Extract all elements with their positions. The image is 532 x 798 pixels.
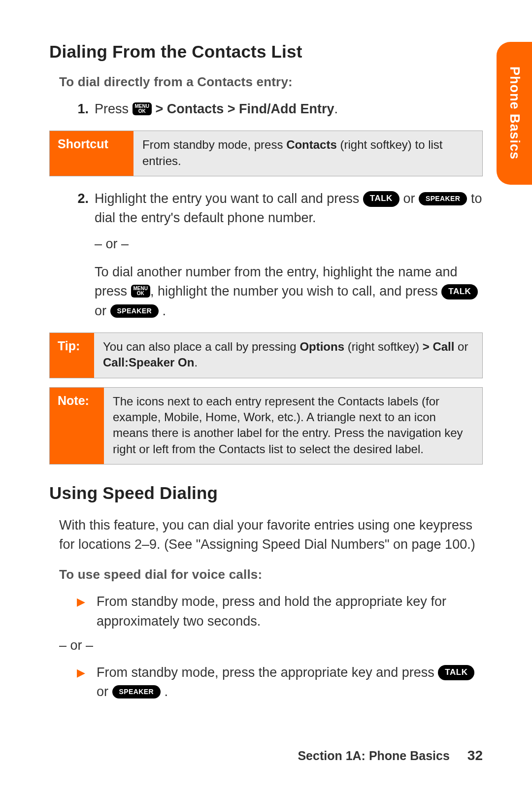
bullet-2-text-c: .	[161, 684, 168, 699]
note-box: Note: The icons next to each entry repre…	[49, 387, 483, 465]
tip-bold-call: > Call	[423, 340, 455, 353]
step-1-text-a: Press	[95, 101, 133, 116]
step-2-number: 2.	[75, 189, 95, 321]
speed-dial-or: – or –	[59, 638, 483, 653]
menu-icon-bottom: OK	[138, 109, 146, 114]
step-2-text-g: .	[159, 303, 166, 318]
tip-box: Tip: You can also place a call by pressi…	[49, 332, 483, 378]
bullet-2-body: From standby mode, press the appropriate…	[97, 663, 483, 701]
tip-bold-speaker: Call:Speaker On	[103, 356, 194, 369]
note-label: Note:	[50, 388, 104, 465]
step-2-text-b: or	[399, 191, 419, 206]
page-footer: Section 1A: Phone Basics 32	[298, 748, 483, 764]
tip-text-a: You can also place a call by pressing	[103, 340, 299, 353]
footer-page-number: 32	[467, 748, 483, 764]
bullet-2: ▶ From standby mode, press the appropria…	[77, 663, 483, 701]
shortcut-content: From standby mode, press Contacts (right…	[133, 131, 482, 176]
subheading-dial-from-contacts: To dial directly from a Contacts entry:	[59, 74, 483, 90]
step-1-number: 1.	[75, 100, 95, 119]
step-2-or: – or –	[95, 234, 483, 254]
shortcut-label: Shortcut	[50, 131, 133, 176]
bullet-1: ▶ From standby mode, press and hold the …	[77, 592, 483, 631]
speaker-button-icon: SPEAKER	[112, 685, 161, 698]
step-2-body: Highlight the entry you want to call and…	[95, 189, 483, 321]
side-tab-phone-basics: Phone Basics	[497, 42, 532, 185]
subheading-use-speed-dial: To use speed dial for voice calls:	[59, 567, 483, 582]
bullet-2-text-a: From standby mode, press the appropriate…	[97, 665, 438, 680]
shortcut-bold: Contacts	[286, 138, 337, 151]
speaker-button-icon: SPEAKER	[110, 304, 159, 318]
step-2: 2. Highlight the entry you want to call …	[75, 189, 483, 321]
menu-ok-icon: MENUOK	[131, 285, 150, 298]
tip-text-c: (right softkey)	[344, 340, 423, 353]
heading-speed-dialing: Using Speed Dialing	[49, 483, 483, 503]
bullet-1-body: From standby mode, press and hold the ap…	[97, 592, 483, 631]
heading-dialing-contacts: Dialing From the Contacts List	[49, 42, 483, 62]
shortcut-box: Shortcut From standby mode, press Contac…	[49, 131, 483, 176]
speaker-button-icon: SPEAKER	[419, 192, 467, 205]
step-2-text-a: Highlight the entry you want to call and…	[95, 191, 363, 206]
tip-bold-options: Options	[299, 340, 344, 353]
triangle-bullet-icon: ▶	[77, 663, 97, 701]
bullet-2-text-b: or	[97, 684, 112, 699]
note-content: The icons next to each entry represent t…	[104, 388, 482, 465]
step-2-text-f: or	[95, 303, 110, 318]
speed-dial-intro: With this feature, you can dial your fav…	[59, 516, 483, 554]
talk-button-icon: TALK	[441, 284, 478, 300]
step-1: 1. Press MENUOK > Contacts > Find/Add En…	[75, 100, 483, 119]
talk-button-icon: TALK	[363, 191, 399, 207]
tip-text-e: or	[454, 340, 468, 353]
talk-button-icon: TALK	[438, 665, 474, 681]
step-2-text-e: , highlight the number you wish to call,…	[150, 284, 441, 299]
step-1-path: > Contacts > Find/Add Entry	[152, 101, 334, 116]
tip-text-g: .	[194, 356, 198, 369]
triangle-bullet-icon: ▶	[77, 592, 97, 631]
tip-content: You can also place a call by pressing Op…	[94, 333, 482, 378]
footer-section: Section 1A: Phone Basics	[298, 749, 449, 763]
step-1-period: .	[334, 101, 338, 116]
step-1-body: Press MENUOK > Contacts > Find/Add Entry…	[95, 100, 483, 119]
menu-icon-bottom: OK	[137, 291, 144, 296]
tip-label: Tip:	[50, 333, 94, 378]
shortcut-text-a: From standby mode, press	[142, 138, 286, 151]
menu-ok-icon: MENUOK	[133, 102, 152, 115]
side-tab-label: Phone Basics	[507, 66, 522, 160]
